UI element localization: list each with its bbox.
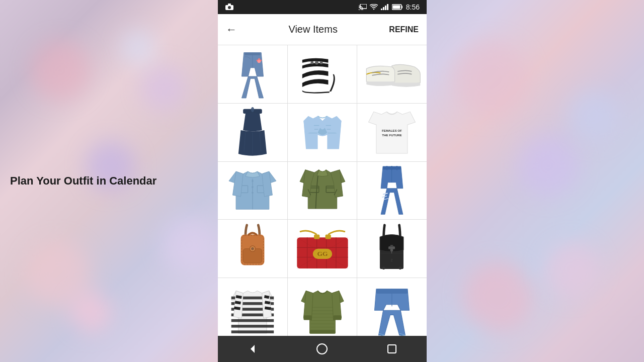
svg-rect-82 bbox=[231, 330, 274, 333]
svg-rect-45 bbox=[386, 166, 388, 170]
home-nav-icon bbox=[316, 343, 328, 355]
grid-item-heels[interactable] bbox=[288, 45, 357, 103]
grid-item-brown-backpack[interactable] bbox=[218, 220, 287, 278]
bokeh-7 bbox=[518, 136, 579, 196]
svg-line-86 bbox=[264, 297, 269, 298]
status-bar-right: 8:56 bbox=[359, 3, 420, 11]
header-title: View Items bbox=[288, 24, 337, 35]
svg-rect-96 bbox=[303, 315, 311, 320]
svg-rect-98 bbox=[309, 330, 335, 334]
svg-rect-7 bbox=[387, 4, 388, 10]
grid-item-black-backpack[interactable]: Z bbox=[357, 220, 427, 278]
svg-text:GG: GG bbox=[317, 250, 328, 257]
phone-container: 8:56 ← View Items REFINE bbox=[218, 0, 427, 362]
bokeh-9 bbox=[569, 90, 619, 141]
bokeh-6 bbox=[453, 40, 528, 116]
refine-button[interactable]: REFINE bbox=[389, 25, 419, 34]
svg-rect-81 bbox=[231, 325, 274, 328]
bokeh-5 bbox=[161, 216, 216, 272]
svg-point-15 bbox=[260, 59, 261, 61]
signal-icon bbox=[381, 4, 389, 10]
battery-icon bbox=[392, 4, 403, 10]
svg-point-14 bbox=[258, 58, 260, 60]
nav-bar bbox=[218, 336, 427, 362]
svg-point-17 bbox=[315, 61, 318, 64]
grid-item-moto-jacket[interactable] bbox=[288, 162, 357, 220]
left-panel-text: Plan Your Outfit in Calendar bbox=[10, 174, 201, 189]
svg-point-18 bbox=[310, 61, 313, 64]
svg-point-19 bbox=[319, 61, 323, 64]
camera-icon bbox=[225, 4, 234, 11]
back-button[interactable]: ← bbox=[226, 23, 237, 36]
svg-rect-10 bbox=[392, 6, 400, 9]
app-header: ← View Items REFINE bbox=[218, 14, 427, 45]
status-bar: 8:56 bbox=[218, 0, 427, 14]
grid-item-blue-shorts[interactable] bbox=[357, 278, 427, 336]
svg-point-37 bbox=[252, 192, 254, 194]
svg-point-75 bbox=[399, 266, 402, 269]
svg-rect-1 bbox=[228, 4, 231, 5]
grid-item-skirt[interactable] bbox=[218, 104, 287, 161]
svg-line-83 bbox=[236, 297, 242, 298]
left-panel-label: Plan Your Outfit in Calendar bbox=[10, 174, 156, 187]
grid-item-ripped-jeans[interactable] bbox=[357, 162, 427, 220]
svg-marker-101 bbox=[251, 345, 255, 353]
back-nav-button[interactable] bbox=[240, 339, 265, 359]
items-grid: FEMALES OF THE FUTURE bbox=[218, 45, 427, 336]
cast-icon bbox=[359, 4, 367, 10]
svg-rect-5 bbox=[383, 7, 384, 10]
svg-rect-69 bbox=[390, 245, 393, 247]
svg-rect-6 bbox=[385, 6, 386, 10]
svg-rect-4 bbox=[381, 9, 382, 10]
recents-nav-button[interactable] bbox=[379, 339, 405, 359]
grid-item-striped-top[interactable] bbox=[218, 278, 287, 336]
grid-item-tshirt[interactable]: FEMALES OF THE FUTURE bbox=[357, 104, 427, 161]
svg-line-87 bbox=[265, 302, 270, 303]
grid-item-blouse[interactable] bbox=[288, 104, 357, 161]
svg-line-85 bbox=[234, 308, 240, 309]
grid-item-sneakers[interactable] bbox=[357, 45, 427, 103]
bokeh-8 bbox=[463, 261, 533, 332]
svg-rect-47 bbox=[396, 166, 398, 170]
svg-point-2 bbox=[228, 6, 231, 9]
svg-line-88 bbox=[265, 308, 271, 309]
svg-point-35 bbox=[252, 180, 254, 182]
bokeh-12 bbox=[121, 30, 156, 65]
svg-point-52 bbox=[251, 247, 254, 250]
back-nav-icon bbox=[247, 343, 259, 355]
status-bar-left bbox=[225, 4, 234, 11]
bokeh-4 bbox=[141, 65, 186, 111]
svg-point-74 bbox=[382, 266, 385, 269]
recents-nav-icon bbox=[386, 343, 397, 354]
svg-text:THE FUTURE: THE FUTURE bbox=[382, 133, 402, 136]
grid-item-gucci-bag[interactable]: GG bbox=[288, 220, 357, 278]
svg-rect-65 bbox=[314, 235, 319, 239]
svg-line-84 bbox=[235, 302, 240, 303]
wifi-icon bbox=[370, 4, 378, 10]
bokeh-1 bbox=[30, 40, 91, 101]
grid-item-green-sweater[interactable] bbox=[288, 278, 357, 336]
svg-rect-103 bbox=[388, 345, 396, 353]
svg-rect-66 bbox=[325, 235, 331, 239]
svg-point-16 bbox=[257, 59, 258, 61]
grid-item-jeans[interactable] bbox=[218, 45, 287, 103]
svg-rect-97 bbox=[333, 315, 341, 320]
svg-point-36 bbox=[252, 187, 254, 189]
bokeh-10 bbox=[543, 241, 599, 297]
svg-point-102 bbox=[317, 344, 327, 354]
svg-text:Z: Z bbox=[391, 258, 393, 262]
bokeh-11 bbox=[70, 292, 111, 332]
svg-rect-9 bbox=[401, 6, 403, 9]
svg-rect-80 bbox=[231, 319, 274, 322]
svg-text:FEMALES OF: FEMALES OF bbox=[382, 128, 402, 132]
status-time: 8:56 bbox=[406, 3, 420, 11]
grid-item-denim-jacket[interactable] bbox=[218, 162, 287, 220]
home-nav-button[interactable] bbox=[309, 339, 335, 359]
svg-rect-12 bbox=[245, 52, 260, 55]
